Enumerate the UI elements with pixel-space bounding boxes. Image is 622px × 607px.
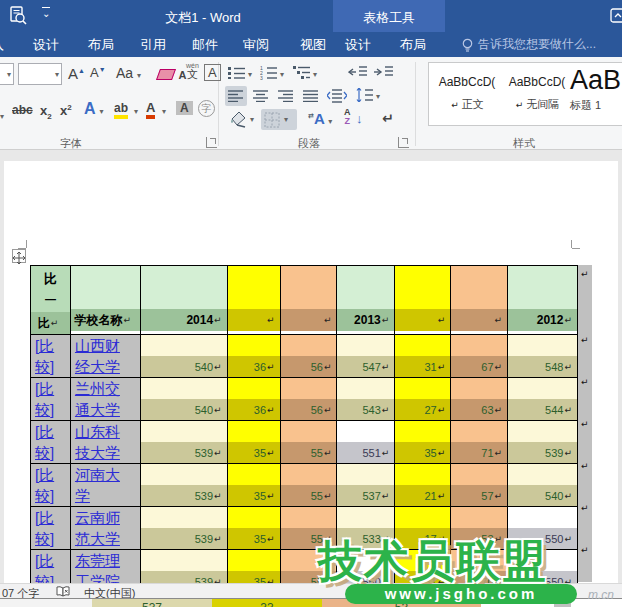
value-cell[interactable]: 67↵ — [451, 335, 508, 377]
justify-icon[interactable] — [303, 90, 319, 102]
chevron-down-icon[interactable]: ▾ — [134, 107, 138, 116]
school-link[interactable]: 山东科技大学 — [71, 421, 141, 463]
character-border-button[interactable]: A — [204, 64, 221, 81]
header-blank-cell[interactable]: ↵ — [395, 266, 451, 334]
school-link[interactable]: 山西财经大学 — [71, 335, 141, 377]
value-cell[interactable]: 544↵ — [508, 378, 578, 420]
value-cell[interactable]: 55↵ — [281, 421, 338, 463]
value-cell[interactable]: 35↵ — [228, 464, 281, 506]
proofing-book-icon[interactable] — [56, 586, 71, 597]
character-shading-button[interactable]: A — [176, 101, 193, 115]
value-cell[interactable]: 31↵ — [395, 335, 451, 377]
tab-review[interactable]: 审阅 — [243, 36, 269, 54]
header-2012-cell[interactable]: 2012↵ — [508, 266, 578, 334]
chevron-down-icon[interactable]: ▾ — [248, 70, 252, 79]
tab-tabletools-design[interactable]: 设计 — [345, 36, 371, 54]
tab-view[interactable]: 视图 — [300, 36, 326, 54]
superscript-button[interactable]: x2 — [60, 103, 72, 118]
chevron-down-icon[interactable]: ▾ — [162, 107, 166, 116]
value-cell[interactable]: 71↵ — [451, 421, 508, 463]
style-normal[interactable]: AaBbCcD( ↵ 正文 — [436, 75, 498, 112]
text-effects-button[interactable]: A ▾ — [84, 100, 103, 118]
font-dialog-launcher[interactable] — [206, 137, 217, 148]
value-cell[interactable]: 55↵ — [281, 464, 338, 506]
shading-bucket-icon[interactable] — [228, 110, 250, 128]
school-link[interactable]: 河南大学 — [71, 464, 141, 506]
compare-link[interactable]: [比较] — [31, 421, 71, 463]
value-cell[interactable]: 540↵ — [508, 464, 578, 506]
strikethrough-button[interactable]: abc — [12, 103, 33, 117]
value-cell[interactable]: 548↵ — [508, 335, 578, 377]
value-cell[interactable]: 539↵ — [141, 464, 228, 506]
value-cell[interactable]: 547↵ — [337, 335, 395, 377]
sort-button[interactable]: A Z — [344, 108, 351, 126]
font-color-button[interactable]: A — [146, 100, 155, 119]
text-highlight-button[interactable]: ab — [114, 101, 128, 119]
distribute-text-icon[interactable] — [327, 88, 347, 103]
chevron-down-icon[interactable]: ▾ — [376, 92, 380, 101]
ribbon-display-options-icon[interactable] — [610, 8, 622, 24]
align-right-icon[interactable] — [278, 90, 294, 102]
chevron-down-icon[interactable]: ▾ — [55, 70, 59, 79]
compare-link[interactable]: [比较] — [31, 335, 71, 377]
value-cell[interactable]: 36↵ — [228, 378, 281, 420]
phonetic-guide-button[interactable]: wén 文 — [186, 62, 199, 78]
school-link[interactable]: 云南师范大学 — [71, 507, 141, 549]
value-cell[interactable]: 540↵ — [141, 335, 228, 377]
shrink-font-button[interactable]: A▼ — [90, 65, 106, 80]
decrease-indent-icon[interactable] — [348, 66, 368, 78]
tab-layout[interactable]: 布局 — [88, 36, 114, 54]
value-cell[interactable]: 537↵ — [337, 464, 395, 506]
tell-me-box[interactable]: 告诉我您想要做什么... — [478, 36, 596, 53]
value-cell[interactable]: 539↵ — [508, 421, 578, 463]
school-link[interactable]: 兰州交通大学 — [71, 378, 141, 420]
value-cell[interactable]: 35↵ — [395, 421, 451, 463]
change-case-button[interactable]: Aa ▾ — [116, 65, 141, 81]
value-cell[interactable]: 543↵ — [337, 378, 395, 420]
subscript-button[interactable]: x2 — [40, 103, 52, 121]
value-cell[interactable]: 35↵ — [228, 421, 281, 463]
value-cell[interactable]: 540↵ — [141, 378, 228, 420]
header-school-cell[interactable]: 学校名称↵ — [71, 266, 141, 334]
tab-insert-partial[interactable]: 入 — [0, 36, 4, 54]
value-cell[interactable]: 539↵ — [141, 507, 228, 549]
grow-font-button[interactable]: A▲ — [68, 65, 85, 82]
value-cell[interactable]: 27↵ — [395, 378, 451, 420]
font-name-combo[interactable]: ▾ — [0, 63, 14, 85]
chevron-down-icon[interactable]: ▾ — [7, 70, 11, 79]
bullets-icon[interactable] — [228, 66, 246, 79]
chevron-down-icon[interactable]: ▾ — [284, 115, 288, 124]
value-cell[interactable]: 36↵ — [228, 335, 281, 377]
underline-chevron-icon[interactable]: ▾ — [0, 105, 4, 123]
align-center-icon[interactable] — [253, 90, 269, 102]
line-spacing-icon[interactable] — [356, 88, 374, 102]
compare-link[interactable]: [比较] — [31, 378, 71, 420]
value-cell[interactable]: 56↵ — [281, 335, 338, 377]
value-cell[interactable]: 539↵ — [141, 421, 228, 463]
chevron-down-icon[interactable]: ▾ — [250, 115, 254, 124]
value-cell[interactable]: 63↵ — [451, 378, 508, 420]
font-size-combo[interactable]: ▾ — [18, 63, 62, 85]
quick-access-print-preview-icon[interactable] — [8, 6, 28, 26]
compare-link[interactable]: [比较] — [31, 507, 71, 549]
header-blank-cell[interactable]: ↵ — [281, 266, 338, 334]
header-blank-cell[interactable]: ↵ — [451, 266, 508, 334]
header-blank-cell[interactable]: ↵ — [228, 266, 281, 334]
style-heading1[interactable]: AaB 标题 1 — [570, 65, 622, 113]
value-cell[interactable]: 21↵ — [395, 464, 451, 506]
paragraph-dialog-launcher[interactable] — [398, 137, 409, 148]
qat-customize-arrow-icon[interactable]: ⌄ — [42, 7, 50, 19]
numbering-icon[interactable]: 1 2 3 — [260, 65, 278, 80]
paragraph-mark-button[interactable]: ↵ — [382, 110, 394, 126]
header-2014-cell[interactable]: 2014↵ — [141, 266, 228, 334]
compare-link[interactable]: [比较] — [31, 464, 71, 506]
tab-design[interactable]: 设计 — [33, 36, 59, 54]
header-2013-cell[interactable]: 2013↵ — [337, 266, 395, 334]
borders-icon[interactable] — [264, 112, 280, 128]
tab-mailings[interactable]: 邮件 — [192, 36, 218, 54]
value-cell[interactable]: 35↵ — [228, 507, 281, 549]
clear-formatting-button[interactable]: A — [158, 65, 186, 83]
value-cell[interactable]: 551↵ — [337, 421, 395, 463]
value-cell[interactable]: 56↵ — [281, 378, 338, 420]
enclose-characters-button[interactable]: 字 — [198, 100, 215, 117]
